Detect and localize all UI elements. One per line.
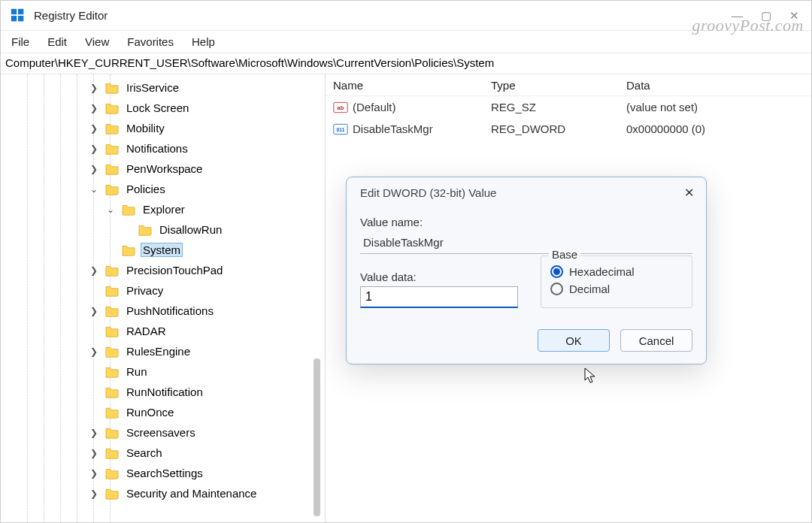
chevron-icon[interactable]: ❯ <box>88 265 100 276</box>
radio-dec-icon <box>550 283 563 295</box>
tree-item-label: SearchSettings <box>124 466 205 480</box>
tree-item-policies[interactable]: ⌄Policies <box>1 179 325 199</box>
tree-item-precisiontouchpad[interactable]: ❯PrecisionTouchPad <box>1 260 325 280</box>
chevron-icon[interactable]: ⌄ <box>88 184 100 195</box>
svg-rect-1 <box>18 8 23 14</box>
tree-item-label: RADAR <box>124 324 168 338</box>
value-data: 0x00000000 (0) <box>626 122 811 135</box>
chevron-icon[interactable]: ❯ <box>88 428 100 438</box>
tree-scrollbar[interactable] <box>314 358 320 516</box>
tree-item-label: Mobility <box>124 121 167 135</box>
maximize-button[interactable]: ▢ <box>761 9 771 23</box>
radio-hex-icon <box>550 265 563 278</box>
value-data-input[interactable] <box>360 286 518 308</box>
tree-item-searchsettings[interactable]: ❯SearchSettings <box>1 463 325 483</box>
base-legend: Base <box>549 248 580 261</box>
chevron-icon[interactable]: ❯ <box>88 488 100 499</box>
ok-button[interactable]: OK <box>538 329 610 352</box>
window-title: Registry Editor <box>34 9 108 22</box>
svg-rect-0 <box>11 8 17 14</box>
col-name[interactable]: Name <box>333 79 491 92</box>
tree-item-pushnotifications[interactable]: ❯PushNotifications <box>1 301 325 321</box>
address-bar[interactable]: Computer\HKEY_CURRENT_USER\Software\Micr… <box>1 53 811 74</box>
value-name-field[interactable]: DisableTaskMgr <box>360 231 692 254</box>
tree-item-label: System <box>141 243 183 257</box>
chevron-icon[interactable]: ❯ <box>88 448 100 458</box>
dialog-title: Edit DWORD (32-bit) Value <box>360 186 496 199</box>
edit-dword-dialog: Edit DWORD (32-bit) Value ✕ Value name: … <box>346 177 707 364</box>
col-data[interactable]: Data <box>626 79 811 92</box>
tree-item-label: Search <box>124 446 165 460</box>
tree-item-radar[interactable]: RADAR <box>1 321 325 341</box>
tree-item-irisservice[interactable]: ❯IrisService <box>1 77 325 98</box>
tree-item-label: RunOnce <box>124 405 176 419</box>
chevron-icon[interactable]: ❯ <box>88 83 100 93</box>
tree-item-system[interactable]: System <box>1 240 325 260</box>
tree-item-label: Notifications <box>124 141 190 156</box>
tree-item-label: PenWorkspace <box>124 162 205 176</box>
list-row[interactable]: ab(Default)REG_SZ(value not set) <box>326 96 811 118</box>
chevron-icon[interactable]: ❯ <box>88 346 100 357</box>
menu-help[interactable]: Help <box>192 35 215 48</box>
tree-item-label: Policies <box>124 182 168 196</box>
tree-item-label: PushNotifications <box>124 304 216 318</box>
tree-item-label: Lock Screen <box>124 101 191 115</box>
tree-item-label: Privacy <box>124 283 165 298</box>
chevron-icon[interactable]: ❯ <box>88 468 100 479</box>
tree-item-runonce[interactable]: RunOnce <box>1 402 325 422</box>
tree-item-label: RulesEngine <box>124 344 192 358</box>
tree-item-label: Run <box>124 364 150 379</box>
close-button[interactable]: ✕ <box>789 9 799 23</box>
value-name: (Default) <box>353 101 396 113</box>
tree-item-explorer[interactable]: ⌄Explorer <box>1 199 325 219</box>
menu-file[interactable]: File <box>11 35 29 48</box>
svg-rect-3 <box>18 16 23 21</box>
svg-text:ab: ab <box>338 104 344 111</box>
dialog-close-button[interactable]: ✕ <box>684 187 694 199</box>
tree-item-lock-screen[interactable]: ❯Lock Screen <box>1 98 325 118</box>
tree-item-label: Explorer <box>141 202 187 216</box>
tree-item-runnotification[interactable]: RunNotification <box>1 382 325 402</box>
base-group: Base Hexadecimal Decimal <box>541 255 692 308</box>
radio-decimal[interactable]: Decimal <box>550 283 684 295</box>
chevron-icon[interactable]: ❯ <box>88 103 100 113</box>
value-data-label: Value data: <box>360 271 518 283</box>
menu-edit[interactable]: Edit <box>47 35 67 48</box>
chevron-icon[interactable]: ⌄ <box>105 204 117 215</box>
tree-item-rulesengine[interactable]: ❯RulesEngine <box>1 341 325 361</box>
tree-item-security-and-maintenance[interactable]: ❯Security and Maintenance <box>1 483 325 503</box>
svg-rect-2 <box>11 16 17 21</box>
tree-item-notifications[interactable]: ❯Notifications <box>1 138 325 159</box>
tree-item-label: RunNotification <box>124 385 205 399</box>
list-row[interactable]: 011DisableTaskMgrREG_DWORD0x00000000 (0) <box>326 118 811 140</box>
value-name-label: Value name: <box>360 216 692 228</box>
menu-favorites[interactable]: Favorites <box>127 35 174 48</box>
svg-text:011: 011 <box>336 127 344 132</box>
tree-item-penworkspace[interactable]: ❯PenWorkspace <box>1 159 325 179</box>
tree-item-screensavers[interactable]: ❯Screensavers <box>1 422 325 443</box>
value-type: REG_DWORD <box>491 122 626 135</box>
col-type[interactable]: Type <box>491 79 626 92</box>
tree-item-search[interactable]: ❯Search <box>1 443 325 463</box>
chevron-icon[interactable]: ❯ <box>88 123 100 134</box>
tree-item-run[interactable]: Run <box>1 361 325 382</box>
chevron-icon[interactable]: ❯ <box>88 306 100 316</box>
minimize-button[interactable]: ― <box>732 9 743 23</box>
tree-item-disallowrun[interactable]: DisallowRun <box>1 219 325 240</box>
tree-item-mobility[interactable]: ❯Mobility <box>1 118 325 138</box>
menu-bar: File Edit View Favorites Help <box>1 31 811 53</box>
tree-item-label: Security and Maintenance <box>124 486 259 500</box>
value-type: REG_SZ <box>491 101 626 113</box>
tree-item-label: Screensavers <box>124 425 198 440</box>
tree-item-privacy[interactable]: Privacy <box>1 280 325 301</box>
registry-tree[interactable]: ❯IrisService❯Lock Screen❯Mobility❯Notifi… <box>1 74 326 522</box>
value-name: DisableTaskMgr <box>353 122 433 135</box>
radio-hexadecimal[interactable]: Hexadecimal <box>550 265 684 278</box>
list-header: Name Type Data <box>326 74 811 96</box>
chevron-icon[interactable]: ❯ <box>88 144 100 154</box>
menu-view[interactable]: View <box>85 35 109 48</box>
chevron-icon[interactable]: ❯ <box>88 164 100 174</box>
registry-app-icon <box>10 8 26 24</box>
cancel-button[interactable]: Cancel <box>620 329 692 352</box>
tree-item-label: IrisService <box>124 80 181 95</box>
